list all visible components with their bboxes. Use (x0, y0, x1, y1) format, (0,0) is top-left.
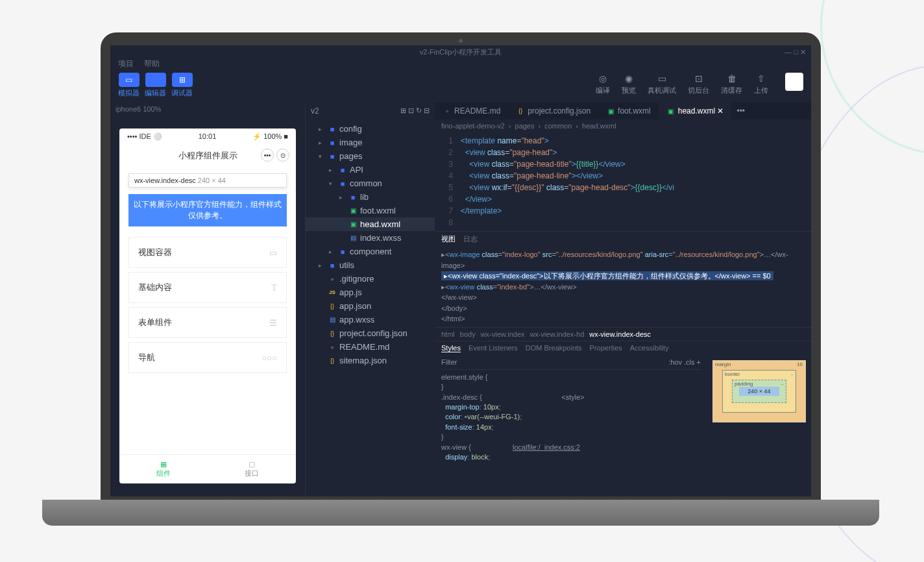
menu-project[interactable]: 项目 (118, 58, 134, 70)
styles-tab-Event Listeners[interactable]: Event Listeners (468, 344, 518, 352)
devtools-tab-log[interactable]: 日志 (463, 234, 478, 244)
styles-hov[interactable]: :hov .cls + (668, 358, 701, 367)
toolbar: ▭模拟器编辑器⊞调试器 ◎编译◉预览▭真机调试⊡切后台🗑清缓存⇧上传 (110, 70, 811, 103)
toolbar-预览[interactable]: ◉预览 (622, 73, 636, 100)
phone-tab-api[interactable]: ▢接口 (208, 455, 296, 483)
tree-item-app.json[interactable]: {}app.json (306, 299, 435, 313)
toolbar-编辑器[interactable]: 编辑器 (145, 73, 166, 100)
tree-item-index.wxss[interactable]: ▤index.wxss (306, 231, 435, 245)
window-controls[interactable]: — □ ✕ (784, 48, 806, 56)
menu-help[interactable]: 帮助 (144, 58, 160, 70)
inspect-tooltip: wx-view.index-desc 240 × 44 (128, 173, 287, 188)
window-title: v2-FinClip小程序开发工具 (420, 47, 502, 57)
titlebar: v2-FinClip小程序开发工具 — □ ✕ (110, 45, 811, 58)
box-model: margin10 border- padding- 240 × 44 (707, 355, 811, 465)
tree-item-image[interactable]: ▸■image (306, 136, 435, 149)
menubar: 项目 帮助 (110, 58, 811, 70)
tree-item-lib[interactable]: ▸■lib (306, 190, 435, 204)
elements-breadcrumb[interactable]: htmlbodywx-view.indexwx-view.index-hdwx-… (435, 327, 811, 341)
phone-preview[interactable]: •••• IDE ⚪ 10:01 ⚡ 100% ■ 小程序组件展示 ••• ⊙ (119, 128, 296, 483)
code-editor[interactable]: 1<template name="head">2 <view class="pa… (435, 132, 811, 231)
toolbar-调试器[interactable]: ⊞调试器 (171, 73, 193, 100)
tree-item-project.config.json[interactable]: {}project.config.json (306, 326, 435, 340)
elements-panel[interactable]: ▸<wx-image class="index-logo" src="../re… (435, 247, 811, 327)
avatar[interactable] (785, 73, 803, 91)
toolbar-真机调试[interactable]: ▭真机调试 (648, 73, 676, 100)
list-item[interactable]: 视图容器▭ (128, 237, 287, 268)
simulator-status: iphone6 100% (110, 103, 305, 116)
editor-tab-foot.wxml[interactable]: ▣foot.wxml (598, 103, 659, 119)
tree-item-.gitignore[interactable]: ▫.gitignore (306, 272, 435, 286)
file-tree-pane: v2 ⊞ ⊡ ↻ ⊟ ▸■config▸■image▾■pages▸■API▾■… (305, 103, 435, 496)
highlighted-element[interactable]: 以下将展示小程序官方组件能力，组件样式仅供参考。 (128, 194, 287, 226)
tree-item-sitemap.json[interactable]: {}sitemap.json (306, 354, 435, 367)
tree-root[interactable]: v2 (311, 106, 319, 116)
list-item[interactable]: 表单组件☰ (128, 307, 287, 338)
editor-pane: ▫README.md{}project.config.json▣foot.wxm… (435, 103, 811, 496)
toolbar-编译[interactable]: ◎编译 (596, 73, 610, 100)
tree-item-API[interactable]: ▸■API (306, 163, 435, 177)
tree-item-utils[interactable]: ▸■utils (306, 258, 435, 272)
editor-tab-README.md[interactable]: ▫README.md (435, 103, 508, 119)
tree-item-component[interactable]: ▸■component (306, 245, 435, 258)
tree-item-README.md[interactable]: ▫README.md (306, 340, 435, 354)
tree-item-app.wxss[interactable]: ▤app.wxss (306, 313, 435, 326)
styles-panel[interactable]: Filter :hov .cls + element.style {}.inde… (435, 355, 707, 465)
laptop-frame: v2-FinClip小程序开发工具 — □ ✕ 项目 帮助 ▭模拟器编辑器⊞调试… (101, 32, 821, 526)
styles-filter[interactable]: Filter (441, 358, 457, 367)
phone-tab-components[interactable]: ▦组件 (119, 455, 208, 483)
close-icon[interactable]: ⊙ (276, 149, 289, 162)
toolbar-上传[interactable]: ⇧上传 (754, 73, 768, 100)
menu-icon[interactable]: ••• (261, 149, 274, 162)
tree-item-foot.wxml[interactable]: ▣foot.wxml (306, 204, 435, 217)
tab-more[interactable]: ••• (731, 103, 750, 119)
devtools-tab-view[interactable]: 视图 (441, 234, 456, 244)
list-item[interactable]: 基础内容𝕋 (128, 272, 287, 303)
breadcrumb[interactable]: fino-applet-demo-v2›pages›common›head.wx… (435, 119, 811, 132)
phone-time: 10:01 (199, 132, 217, 141)
devtools: 视图 日志 ▸<wx-image class="index-logo" src=… (435, 231, 811, 439)
styles-tab-Properties[interactable]: Properties (590, 344, 622, 352)
styles-tab-Styles[interactable]: Styles (441, 344, 461, 352)
toolbar-切后台[interactable]: ⊡切后台 (688, 73, 709, 100)
editor-tab-head.wxml[interactable]: ▣head.wxml ✕ (659, 103, 732, 119)
tree-item-config[interactable]: ▸■config (306, 122, 435, 136)
tree-actions[interactable]: ⊞ ⊡ ↻ ⊟ (400, 106, 430, 116)
toolbar-清缓存[interactable]: 🗑清缓存 (721, 73, 742, 100)
toolbar-模拟器[interactable]: ▭模拟器 (118, 73, 140, 100)
simulator-pane: iphone6 100% •••• IDE ⚪ 10:01 ⚡ 100% ■ 小… (110, 103, 305, 496)
list-item[interactable]: 导航○○○ (128, 342, 287, 373)
styles-tab-Accessibility[interactable]: Accessibility (630, 344, 669, 352)
editor-tab-project.config.json[interactable]: {}project.config.json (508, 103, 598, 119)
phone-title: 小程序组件展示 (178, 151, 237, 160)
tree-item-common[interactable]: ▾■common (306, 177, 435, 190)
tree-item-pages[interactable]: ▾■pages (306, 149, 435, 163)
styles-tab-DOM Breakpoints[interactable]: DOM Breakpoints (526, 344, 582, 352)
tree-item-head.wxml[interactable]: ▣head.wxml (306, 217, 435, 231)
tree-item-app.js[interactable]: JSapp.js (306, 286, 435, 299)
